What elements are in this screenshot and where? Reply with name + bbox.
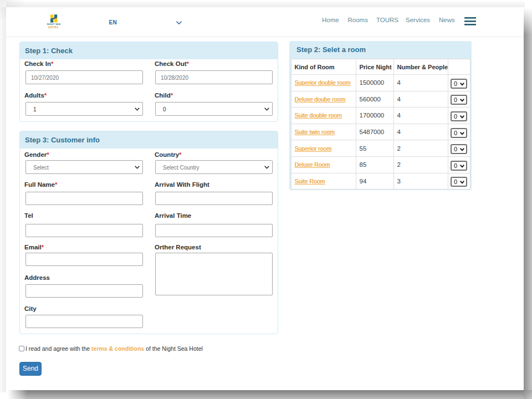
svg-text:HOTEL: HOTEL (48, 25, 59, 29)
